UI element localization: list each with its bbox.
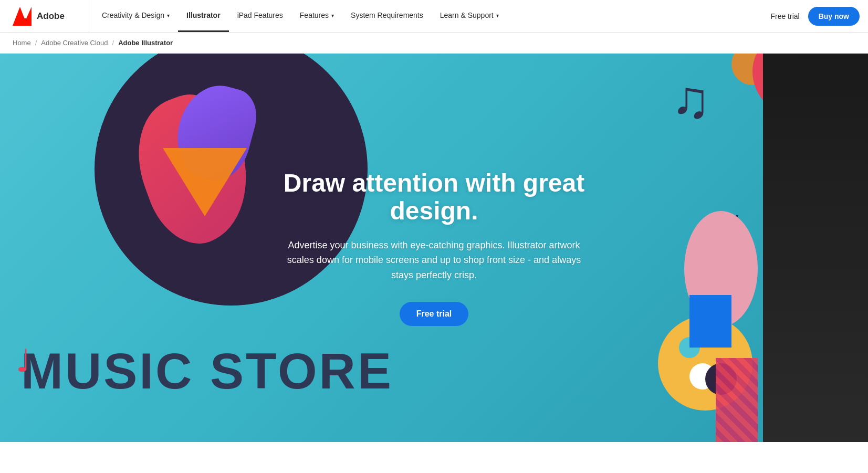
nav-free-trial-link[interactable]: Free trial bbox=[770, 12, 799, 20]
breadcrumb-sep-1: / bbox=[35, 39, 37, 47]
breadcrumb-sep-2: / bbox=[112, 39, 114, 47]
hero-content: Draw attention with great design. Advert… bbox=[0, 54, 868, 442]
breadcrumb-creative-cloud[interactable]: Adobe Creative Cloud bbox=[41, 39, 108, 47]
chevron-down-icon: ▾ bbox=[167, 13, 170, 18]
breadcrumb: Home / Adobe Creative Cloud / Adobe Illu… bbox=[0, 33, 868, 54]
adobe-logo-icon bbox=[13, 7, 32, 26]
chevron-down-icon: ▾ bbox=[331, 13, 334, 18]
nav-illustrator[interactable]: Illustrator bbox=[178, 0, 229, 32]
nav-system-requirements[interactable]: System Requirements bbox=[342, 0, 432, 32]
hero-subtext: Advertise your business with eye-catchin… bbox=[277, 238, 592, 283]
hero-section: MUSIC STORE ♩ ♫ ♪ Draw attention with gr… bbox=[0, 54, 868, 442]
nav-items: Creativity & Design ▾ Illustrator iPad F… bbox=[89, 0, 762, 32]
breadcrumb-current: Adobe Illustrator bbox=[118, 39, 173, 47]
logo-area[interactable]: Adobe bbox=[0, 0, 89, 32]
nav-ipad-features[interactable]: iPad Features bbox=[229, 0, 291, 32]
breadcrumb-home[interactable]: Home bbox=[13, 39, 31, 47]
main-nav: Adobe Creativity & Design ▾ Illustrator … bbox=[0, 0, 868, 33]
hero-headline: Draw attention with great design. bbox=[250, 170, 618, 225]
nav-right: Free trial Buy now bbox=[762, 0, 868, 32]
hero-free-trial-button[interactable]: Free trial bbox=[400, 302, 469, 326]
nav-learn-support[interactable]: Learn & Support ▾ bbox=[432, 0, 507, 32]
nav-features[interactable]: Features ▾ bbox=[291, 0, 342, 32]
chevron-down-icon: ▾ bbox=[496, 13, 499, 18]
buy-now-button[interactable]: Buy now bbox=[808, 7, 860, 26]
adobe-wordmark: Adobe bbox=[37, 11, 65, 22]
nav-creativity-design[interactable]: Creativity & Design ▾ bbox=[93, 0, 178, 32]
